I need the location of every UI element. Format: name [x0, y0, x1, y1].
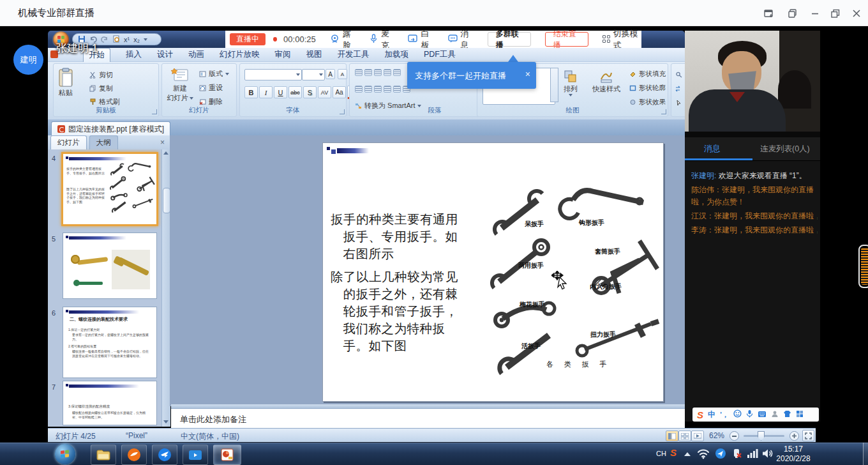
- tab-insert[interactable]: 插入: [126, 49, 142, 60]
- tray-signal-icon[interactable]: [747, 448, 758, 461]
- line-spacing-button[interactable]: [393, 69, 401, 76]
- notes-pane[interactable]: 单击此处添加备注: [171, 408, 685, 429]
- ime-punctuation-toggle[interactable]: ’，: [720, 410, 729, 420]
- voice-input-icon[interactable]: [746, 409, 753, 420]
- print-preview-icon[interactable]: [112, 35, 120, 44]
- bullets-button[interactable]: [355, 69, 363, 76]
- replace-button[interactable]: 替换: [675, 84, 685, 93]
- start-button[interactable]: [55, 444, 75, 464]
- show-desktop-button[interactable]: [863, 443, 868, 465]
- slide-thumbnail-4[interactable]: 扳手的种类主要有通用扳手、专用扳手。如右图所示 除了以上几种较为常见的扳手之外，…: [61, 152, 158, 226]
- increase-indent-button[interactable]: [384, 69, 391, 76]
- restore-button[interactable]: [830, 8, 841, 19]
- taskbar-browser-button[interactable]: [121, 445, 147, 465]
- drawing-dialog-launcher[interactable]: [661, 109, 666, 114]
- zoom-in-button[interactable]: [789, 431, 799, 441]
- tooltip-close-icon[interactable]: ×: [525, 69, 530, 79]
- webcam-video[interactable]: [685, 31, 820, 137]
- close-button[interactable]: [851, 8, 862, 19]
- shapes-scrollbar[interactable]: [550, 68, 558, 102]
- shape-effects-button[interactable]: 形状效果: [629, 98, 666, 107]
- edge-volume-indicator[interactable]: [858, 245, 868, 288]
- tab-mic-list[interactable]: 连麦列表(0人): [760, 144, 810, 155]
- decrease-indent-button[interactable]: [374, 69, 382, 76]
- shape-fill-button[interactable]: 形状填充: [629, 70, 666, 79]
- tab-slideshow[interactable]: 幻灯片放映: [220, 49, 260, 60]
- qat-dropdown-icon[interactable]: [144, 38, 147, 41]
- taskbar-live-video-button[interactable]: [183, 445, 208, 465]
- align-center-button[interactable]: [364, 86, 372, 93]
- emoji-icon[interactable]: [733, 409, 742, 420]
- fit-to-window-button[interactable]: [802, 430, 814, 441]
- thumbnail-scrollbar[interactable]: [161, 149, 170, 427]
- document-tab[interactable]: 固定连接装配.ppt [兼容模式]: [51, 121, 170, 136]
- tray-sogou-icon[interactable]: S: [670, 447, 677, 458]
- italic-button[interactable]: I: [259, 86, 273, 98]
- tab-design[interactable]: 设计: [157, 49, 173, 60]
- scroll-up-icon[interactable]: [163, 151, 168, 155]
- align-right-button[interactable]: [374, 86, 382, 93]
- reset-button[interactable]: 重设: [199, 83, 223, 93]
- grow-shrink-font-buttons[interactable]: A A: [326, 69, 347, 79]
- tray-expand-icon[interactable]: [684, 452, 691, 456]
- tab-slides-panel[interactable]: 幻灯片: [50, 135, 87, 149]
- taskbar-powerpoint-button[interactable]: [213, 445, 241, 465]
- strikethrough-button[interactable]: abc: [288, 86, 302, 98]
- soft-keyboard-icon[interactable]: [758, 409, 767, 420]
- slide-canvas[interactable]: 扳手的种类主要有通用扳手、专用扳手。如右图所示 除了以上几种较为常见的扳手之外，…: [322, 142, 664, 402]
- clipboard-dialog-launcher[interactable]: [152, 109, 157, 114]
- distribute-button[interactable]: [393, 86, 401, 93]
- tray-clock[interactable]: 15:17 2020/2/28: [771, 445, 816, 464]
- tab-outline-panel[interactable]: 大纲: [89, 135, 118, 149]
- sogou-logo-icon[interactable]: S: [697, 409, 703, 420]
- panel-close-icon[interactable]: ×: [160, 138, 165, 147]
- superscript-tool-icon[interactable]: x¹: [124, 36, 130, 43]
- slide-thumbnail-7[interactable]: 3.保证螺纹连接的配合精度 螺纹配合精度由螺纹公差带和旋合长度确定，分为精密、中…: [63, 381, 157, 425]
- shrink-font-button[interactable]: A: [338, 69, 347, 79]
- find-button[interactable]: 查找: [675, 70, 685, 79]
- underline-button[interactable]: U: [274, 86, 287, 98]
- arrange-button[interactable]: 排列: [563, 69, 578, 96]
- paste-button[interactable]: 粘贴: [57, 68, 74, 98]
- tab-animation[interactable]: 动画: [188, 49, 204, 60]
- tray-location-icon[interactable]: [715, 448, 726, 462]
- language-indicator[interactable]: 中文(简体，中国): [181, 431, 239, 442]
- tab-addins[interactable]: 加载项: [385, 49, 409, 60]
- new-slide-button[interactable]: 新建 幻灯片: [165, 67, 195, 103]
- taskbar-explorer-button[interactable]: [91, 445, 116, 465]
- align-left-button[interactable]: [355, 86, 363, 93]
- quick-styles-button[interactable]: 快速样式: [592, 69, 620, 94]
- slide-sorter-view-button[interactable]: [678, 431, 691, 441]
- justify-button[interactable]: [384, 86, 391, 93]
- scroll-down-icon[interactable]: [163, 420, 168, 423]
- chat-message-list[interactable]: 张建明: 欢迎大家来观看直播 “1”。 陈治伟：张建明，我来围观你的直播啦，为你…: [691, 170, 818, 238]
- slide-editing-area[interactable]: 扳手的种类主要有通用扳手、专用扳手。如右图所示 除了以上几种较为常见的扳手之外，…: [170, 135, 685, 406]
- change-case-button[interactable]: Aa: [333, 86, 346, 98]
- account-icon[interactable]: [771, 409, 779, 420]
- redo-icon[interactable]: [101, 35, 108, 44]
- slideshow-view-button[interactable]: [691, 431, 704, 441]
- minimize-button[interactable]: [809, 8, 821, 19]
- taskbar-dingtalk-button[interactable]: [152, 445, 177, 465]
- font-name-select[interactable]: [244, 69, 302, 80]
- font-size-select[interactable]: [302, 69, 325, 80]
- tab-view[interactable]: 视图: [306, 49, 322, 60]
- text-shadow-button[interactable]: S: [303, 86, 317, 98]
- bold-button[interactable]: B: [244, 86, 258, 98]
- font-dialog-launcher[interactable]: [340, 109, 345, 114]
- slide-thumbnail-5[interactable]: [63, 232, 157, 299]
- subscript-tool-icon[interactable]: x₂: [133, 36, 140, 43]
- normal-view-button[interactable]: [666, 431, 678, 441]
- tray-device-error-icon[interactable]: [731, 448, 743, 462]
- duplicate-window-icon[interactable]: [787, 8, 798, 19]
- end-live-button[interactable]: 结束直播: [545, 32, 588, 47]
- format-painter-button[interactable]: 格式刷: [89, 97, 120, 107]
- slide-thumbnail-6[interactable]: 二、螺纹连接的装配技术要求 1.保证一定的拧紧力矩 要求有一定的拧紧力矩，使螺纹…: [63, 307, 157, 378]
- delete-slide-button[interactable]: 删除: [199, 97, 223, 107]
- layout-button[interactable]: 版式: [199, 69, 229, 79]
- skin-icon[interactable]: [783, 409, 791, 420]
- pin-window-icon[interactable]: [763, 8, 775, 19]
- shape-outline-button[interactable]: 形状轮廓: [629, 84, 666, 93]
- ime-language-toggle[interactable]: 中: [708, 409, 715, 420]
- cut-button[interactable]: 剪切: [89, 70, 113, 80]
